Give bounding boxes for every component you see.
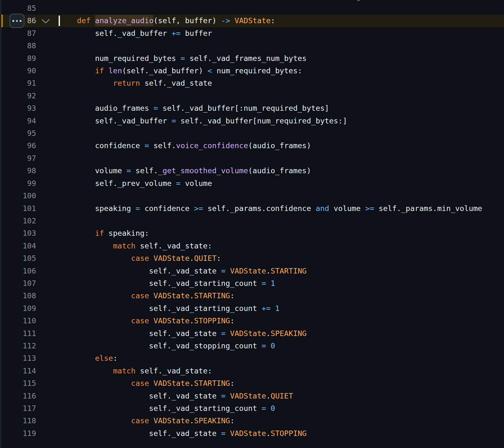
line-number[interactable]: 88 bbox=[0, 40, 36, 52]
code-line[interactable]: self._vad_state = VADState.SPEAKING bbox=[59, 327, 307, 340]
code-line[interactable]: self._vad_starting_count += 1 bbox=[59, 302, 280, 315]
chevron-down-icon[interactable] bbox=[41, 17, 50, 25]
line-number[interactable]: 110 bbox=[0, 315, 36, 327]
line-number[interactable]: 93 bbox=[0, 102, 36, 115]
code-line-row: 118 case VADState.SPEAKING: bbox=[0, 415, 504, 427]
code-line[interactable]: self._vad_starting_count = 1 bbox=[59, 277, 275, 290]
code-line[interactable]: self._vad_buffer += buffer bbox=[59, 27, 212, 40]
code-line[interactable]: self._vad_state = VADState.STOPPING bbox=[59, 427, 307, 440]
code-line[interactable]: case VADState.STARTING: bbox=[59, 377, 235, 390]
code-line[interactable]: if len(self._vad_buffer) < num_required_… bbox=[59, 65, 302, 77]
code-line-row: 111 self._vad_state = VADState.SPEAKING bbox=[0, 327, 504, 340]
line-number[interactable]: 87 bbox=[0, 27, 36, 40]
scrollbar-remnant bbox=[357, 0, 360, 1]
code-line-row: 110 case VADState.STOPPING: bbox=[0, 315, 504, 327]
line-number[interactable]: 100 bbox=[0, 190, 36, 202]
code-line[interactable]: case VADState.QUIET: bbox=[59, 252, 221, 265]
code-line-row: 87 self._vad_buffer += buffer bbox=[0, 27, 504, 40]
code-line[interactable]: speaking = confidence >= self._params.co… bbox=[59, 202, 482, 215]
code-line-row: 98 volume = self._get_smoothed_volume(au… bbox=[0, 165, 504, 177]
code-line-row: 107 self._vad_starting_count = 1 bbox=[0, 277, 504, 290]
code-line[interactable]: case VADState.STOPPING: bbox=[59, 315, 235, 327]
line-number[interactable]: 94 bbox=[0, 115, 36, 127]
code-rows: 8586 def analyze_audio(self, buffer) -> … bbox=[0, 2, 504, 440]
code-line-row: 100 bbox=[0, 190, 504, 202]
line-number[interactable]: 114 bbox=[0, 365, 36, 377]
code-line-row: 108 case VADState.STARTING: bbox=[0, 290, 504, 302]
code-line-row: 101 speaking = confidence >= self._param… bbox=[0, 202, 504, 215]
line-number[interactable]: 101 bbox=[0, 202, 36, 215]
line-number[interactable]: 109 bbox=[0, 302, 36, 315]
code-line-row: 92 bbox=[0, 90, 504, 102]
code-line-row: 112 self._vad_stopping_count = 0 bbox=[0, 340, 504, 352]
code-line[interactable]: match self._vad_state: bbox=[59, 240, 212, 252]
line-number[interactable]: 113 bbox=[0, 352, 36, 365]
code-line[interactable]: match self._vad_state: bbox=[59, 365, 212, 377]
code-line[interactable]: self._vad_starting_count = 0 bbox=[59, 402, 275, 415]
line-number[interactable]: 107 bbox=[0, 277, 36, 290]
code-line-row: 86 def analyze_audio(self, buffer) -> VA… bbox=[0, 15, 504, 27]
code-line-row: 90 if len(self._vad_buffer) < num_requir… bbox=[0, 65, 504, 77]
line-number[interactable]: 103 bbox=[0, 227, 36, 240]
line-number[interactable]: 95 bbox=[0, 127, 36, 140]
line-number[interactable]: 96 bbox=[0, 140, 36, 152]
line-number[interactable]: 116 bbox=[0, 390, 36, 402]
code-line-row: 104 match self._vad_state: bbox=[0, 240, 504, 252]
code-line[interactable]: self._prev_volume = volume bbox=[59, 177, 212, 190]
code-line[interactable]: audio_frames = self._vad_buffer[:num_req… bbox=[59, 102, 329, 115]
line-number[interactable]: 117 bbox=[0, 402, 36, 415]
code-line[interactable]: self._vad_stopping_count = 0 bbox=[59, 340, 275, 352]
code-line-row: 96 confidence = self.voice_confidence(au… bbox=[0, 140, 504, 152]
line-number[interactable]: 106 bbox=[0, 265, 36, 277]
code-line[interactable]: if speaking: bbox=[59, 227, 149, 240]
line-number[interactable]: 97 bbox=[0, 152, 36, 165]
code-line-row: 116 self._vad_state = VADState.QUIET bbox=[0, 390, 504, 402]
code-line[interactable]: self._vad_state = VADState.QUIET bbox=[59, 390, 293, 402]
code-line[interactable]: confidence = self.voice_confidence(audio… bbox=[59, 140, 311, 152]
line-number[interactable]: 111 bbox=[0, 327, 36, 340]
code-line-row: 91 return self._vad_state bbox=[0, 77, 504, 89]
line-number[interactable]: 89 bbox=[0, 52, 36, 65]
line-number[interactable]: 104 bbox=[0, 240, 36, 252]
line-number[interactable]: 92 bbox=[0, 90, 36, 102]
code-line[interactable]: self._vad_buffer = self._vad_buffer[num_… bbox=[59, 115, 347, 127]
code-line[interactable]: volume = self._get_smoothed_volume(audio… bbox=[59, 165, 311, 177]
code-line-row: 89 num_required_bytes = self._vad_frames… bbox=[0, 52, 504, 65]
line-number[interactable]: 115 bbox=[0, 377, 36, 390]
code-line-row: 117 self._vad_starting_count = 0 bbox=[0, 402, 504, 415]
code-line-row: 119 self._vad_state = VADState.STOPPING bbox=[0, 427, 504, 440]
code-line-row: 114 match self._vad_state: bbox=[0, 365, 504, 377]
code-line-row: 113 else: bbox=[0, 352, 504, 365]
line-number[interactable]: 98 bbox=[0, 165, 36, 177]
line-number[interactable]: 112 bbox=[0, 340, 36, 352]
line-number[interactable]: 86 bbox=[0, 15, 36, 27]
code-line[interactable]: num_required_bytes = self._vad_frames_nu… bbox=[59, 52, 307, 65]
code-line[interactable]: self._vad_state = VADState.STARTING bbox=[59, 265, 307, 277]
line-number[interactable]: 102 bbox=[0, 215, 36, 227]
line-number[interactable]: 105 bbox=[0, 252, 36, 265]
code-line[interactable]: def analyze_audio(self, buffer) -> VADSt… bbox=[59, 15, 275, 27]
code-line-row: 85 bbox=[0, 2, 504, 15]
line-number[interactable]: 85 bbox=[0, 2, 36, 15]
code-line-row: 109 self._vad_starting_count += 1 bbox=[0, 302, 504, 315]
code-editor: 8586 def analyze_audio(self, buffer) -> … bbox=[0, 0, 504, 448]
code-line[interactable]: case VADState.STARTING: bbox=[59, 290, 235, 302]
code-line[interactable]: return self._vad_state bbox=[59, 77, 212, 89]
code-line-row: 115 case VADState.STARTING: bbox=[0, 377, 504, 390]
line-number[interactable]: 99 bbox=[0, 177, 36, 190]
code-line-row: 93 audio_frames = self._vad_buffer[:num_… bbox=[0, 102, 504, 115]
code-line-row: 105 case VADState.QUIET: bbox=[0, 252, 504, 265]
code-line-row: 99 self._prev_volume = volume bbox=[0, 177, 504, 190]
highlighted-symbol: analyze_audio bbox=[95, 16, 154, 25]
line-number[interactable]: 119 bbox=[0, 427, 36, 440]
code-line[interactable]: else: bbox=[59, 352, 118, 365]
code-line-row: 106 self._vad_state = VADState.STARTING bbox=[0, 265, 504, 277]
line-number[interactable]: 90 bbox=[0, 65, 36, 77]
line-number[interactable]: 91 bbox=[0, 77, 36, 89]
code-line[interactable]: case VADState.SPEAKING: bbox=[59, 415, 235, 427]
line-number[interactable]: 108 bbox=[0, 290, 36, 302]
line-number[interactable]: 118 bbox=[0, 415, 36, 427]
code-line-row: 103 if speaking: bbox=[0, 227, 504, 240]
code-line-row: 95 bbox=[0, 127, 504, 140]
code-line-row: 94 self._vad_buffer = self._vad_buffer[n… bbox=[0, 115, 504, 127]
